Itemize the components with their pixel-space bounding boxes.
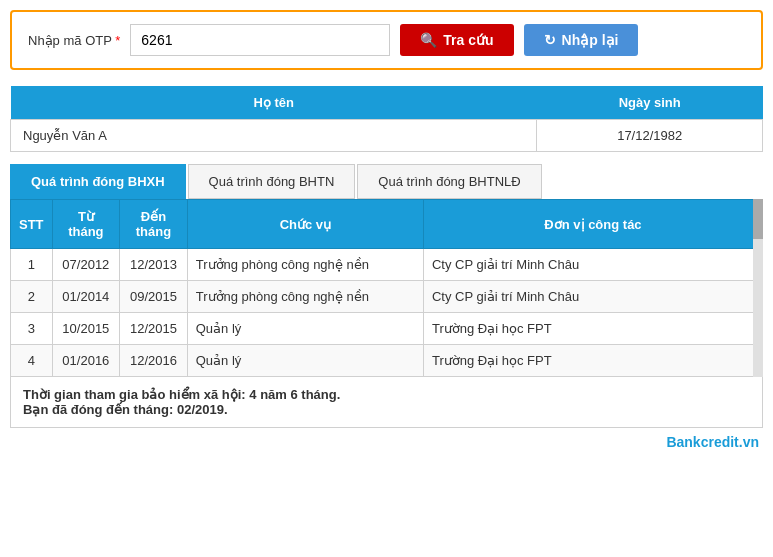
cell-donvi: Trường Đại học FPT — [423, 313, 762, 345]
table-row: 1 07/2012 12/2013 Trưởng phòng công nghệ… — [11, 249, 763, 281]
col-dob-header: Ngày sinh — [537, 86, 763, 120]
cell-chucvu: Trưởng phòng công nghệ nền — [187, 249, 423, 281]
header-stt: STT — [11, 200, 53, 249]
tab-group: Quá trình đóng BHXH Quá trình đóng BHTN … — [10, 164, 763, 199]
cell-stt: 1 — [11, 249, 53, 281]
cell-donvi: Cty CP giải trí Minh Châu — [423, 249, 762, 281]
search-icon: 🔍 — [420, 32, 437, 48]
tab-bhxh[interactable]: Quá trình đóng BHXH — [10, 164, 186, 199]
otp-label-text: Nhập mã OTP — [28, 33, 112, 48]
cell-chucvu: Trưởng phòng công nghệ nền — [187, 281, 423, 313]
table-row: 2 01/2014 09/2015 Trưởng phòng công nghệ… — [11, 281, 763, 313]
tab-bhtnld[interactable]: Quá trình đóng BHTNLĐ — [357, 164, 541, 199]
otp-section: Nhập mã OTP * 🔍 Tra cứu ↻ Nhập lại — [10, 10, 763, 70]
cell-donvi: Cty CP giải trí Minh Châu — [423, 281, 762, 313]
info-table: Họ tên Ngày sinh Nguyễn Văn A 17/12/1982 — [10, 86, 763, 152]
data-table: STT Từ tháng Đến tháng Chức vụ Đơn vị cô… — [10, 199, 763, 377]
cell-tungthang: 01/2014 — [52, 281, 120, 313]
cell-denthang: 12/2016 — [120, 345, 188, 377]
footer-note: Thời gian tham gia bảo hiểm xã hội: 4 nă… — [10, 377, 763, 428]
scrollbar-thumb[interactable] — [753, 199, 763, 239]
cell-denthang: 09/2015 — [120, 281, 188, 313]
header-tungthang: Từ tháng — [52, 200, 120, 249]
cell-stt: 2 — [11, 281, 53, 313]
col-name-header: Họ tên — [11, 86, 537, 120]
cell-stt: 4 — [11, 345, 53, 377]
table-row: 4 01/2016 12/2016 Quản lý Trường Đại học… — [11, 345, 763, 377]
scrollbar[interactable] — [753, 199, 763, 377]
cell-tungthang: 10/2015 — [52, 313, 120, 345]
cell-donvi: Trường Đại học FPT — [423, 345, 762, 377]
person-name: Nguyễn Văn A — [11, 120, 537, 152]
cell-tungthang: 01/2016 — [52, 345, 120, 377]
person-dob: 17/12/1982 — [537, 120, 763, 152]
info-row: Nguyễn Văn A 17/12/1982 — [11, 120, 763, 152]
nhaplai-button[interactable]: ↻ Nhập lại — [524, 24, 639, 56]
table-row: 3 10/2015 12/2015 Quản lý Trường Đại học… — [11, 313, 763, 345]
otp-input[interactable] — [130, 24, 390, 56]
cell-chucvu: Quản lý — [187, 345, 423, 377]
tab-bhtn[interactable]: Quá trình đóng BHTN — [188, 164, 356, 199]
cell-tungthang: 07/2012 — [52, 249, 120, 281]
header-donvi: Đơn vị công tác — [423, 200, 762, 249]
header-chucvu: Chức vụ — [187, 200, 423, 249]
cell-chucvu: Quản lý — [187, 313, 423, 345]
tracuu-label: Tra cứu — [443, 32, 493, 48]
nhaplai-label: Nhập lại — [562, 32, 619, 48]
cell-stt: 3 — [11, 313, 53, 345]
footer-line1: Thời gian tham gia bảo hiểm xã hội: 4 nă… — [23, 387, 750, 402]
required-marker: * — [115, 33, 120, 48]
otp-label: Nhập mã OTP * — [28, 33, 120, 48]
cell-denthang: 12/2015 — [120, 313, 188, 345]
refresh-icon: ↻ — [544, 32, 556, 48]
data-table-wrapper: STT Từ tháng Đến tháng Chức vụ Đơn vị cô… — [10, 199, 763, 377]
tracuu-button[interactable]: 🔍 Tra cứu — [400, 24, 513, 56]
header-denthang: Đến tháng — [120, 200, 188, 249]
cell-denthang: 12/2013 — [120, 249, 188, 281]
footer-line2: Bạn đã đóng đến tháng: 02/2019. — [23, 402, 750, 417]
watermark: Bankcredit.vn — [10, 428, 763, 450]
